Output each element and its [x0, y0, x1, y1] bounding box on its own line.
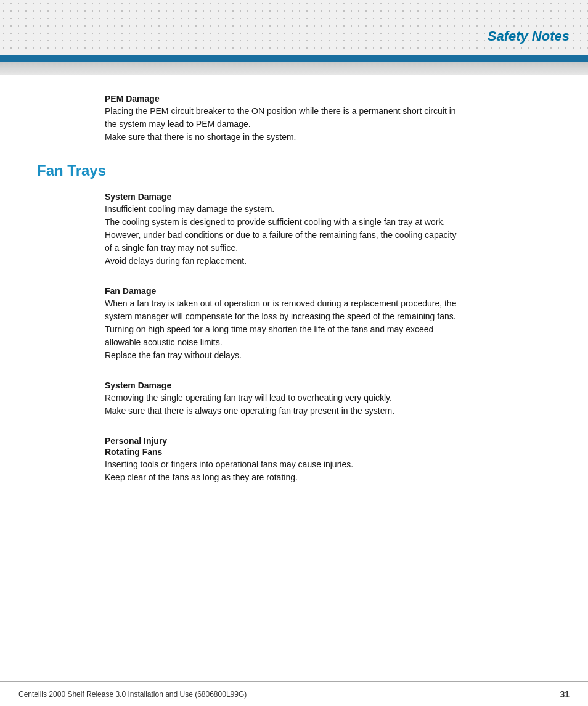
footer: Centellis 2000 Shelf Release 3.0 Install…: [0, 681, 588, 706]
header: Safety Notes: [0, 0, 588, 55]
blue-divider-bar: [0, 55, 588, 62]
system-damage-text-1: Insufficient cooling may damage the syst…: [105, 203, 570, 268]
personal-injury-block: Personal Injury Rotating Fans Inserting …: [105, 436, 570, 484]
rotating-fans-subtitle: Rotating Fans: [105, 447, 570, 457]
gray-decorative-bar: [0, 62, 588, 75]
personal-injury-text: Inserting tools or fingers into operatio…: [105, 458, 570, 484]
footer-page-number: 31: [560, 689, 570, 699]
dot-pattern-bg: [0, 0, 588, 55]
system-damage-title-2: System Damage: [105, 380, 570, 390]
personal-injury-title: Personal Injury: [105, 436, 570, 446]
system-damage-block-1: System Damage Insufficient cooling may d…: [105, 192, 570, 268]
system-damage-title-1: System Damage: [105, 192, 570, 202]
page-title: Safety Notes: [488, 28, 570, 44]
footer-document-info: Centellis 2000 Shelf Release 3.0 Install…: [18, 690, 247, 699]
main-content: PEM Damage Placing the PEM circuit break…: [0, 88, 588, 540]
system-damage-block-2: System Damage Removing the single operat…: [105, 380, 570, 417]
fan-damage-title: Fan Damage: [105, 286, 570, 296]
pem-damage-title: PEM Damage: [105, 94, 570, 104]
pem-damage-text: Placing the PEM circuit breaker to the O…: [105, 105, 570, 144]
pem-damage-block: PEM Damage Placing the PEM circuit break…: [105, 94, 570, 144]
fan-trays-heading: Fan Trays: [37, 162, 570, 179]
fan-damage-block: Fan Damage When a fan tray is taken out …: [105, 286, 570, 362]
fan-damage-text: When a fan tray is taken out of operatio…: [105, 297, 570, 362]
system-damage-text-2: Removing the single operating fan tray w…: [105, 392, 570, 417]
